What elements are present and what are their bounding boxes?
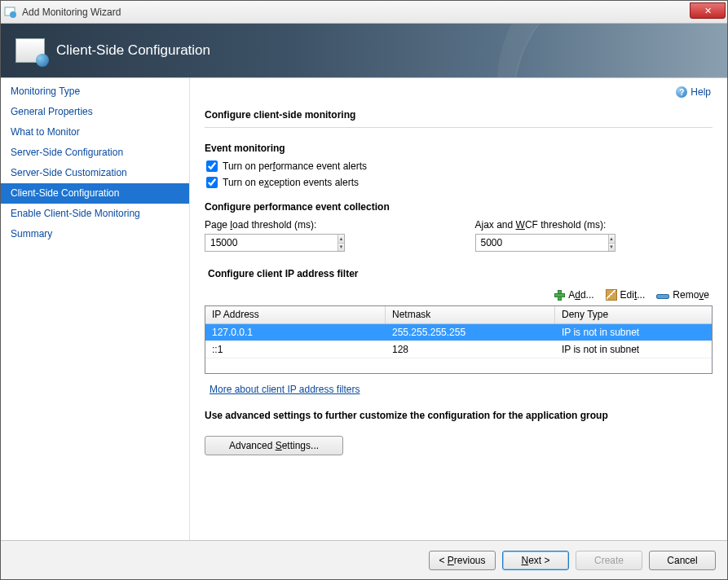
minus-icon xyxy=(656,294,669,299)
sidebar-item-label: Server-Side Customization xyxy=(11,167,127,178)
create-button: Create xyxy=(576,551,642,570)
sidebar-item-label: Enable Client-Side Monitoring xyxy=(11,208,140,219)
page-load-input[interactable] xyxy=(205,235,338,251)
close-icon: ✕ xyxy=(704,6,712,16)
sidebar-item-label: Client-Side Configuration xyxy=(11,187,119,199)
next-button[interactable]: Next > xyxy=(502,551,569,570)
sidebar-item-what-to-monitor[interactable]: What to Monitor xyxy=(1,122,189,143)
content: ? Help Configure client-side monitoring … xyxy=(190,78,727,540)
spinner-down-icon[interactable]: ▼ xyxy=(609,244,615,252)
table-header: IP Address Netmask Deny Type xyxy=(205,306,712,324)
advanced-text: Use advanced settings to further customi… xyxy=(205,410,713,421)
checkbox-perf-alerts-label: Turn on performance event alerts xyxy=(223,160,367,172)
td-ip: 127.0.0.1 xyxy=(205,324,386,341)
td-deny: IP is not in subnet xyxy=(555,341,712,358)
td-netmask: 255.255.255.255 xyxy=(386,324,555,341)
th-deny-type[interactable]: Deny Type xyxy=(555,306,712,323)
td-netmask: 128 xyxy=(386,341,555,358)
edit-button[interactable]: Edit... xyxy=(602,288,649,302)
window-icon xyxy=(4,6,17,19)
help-icon: ? xyxy=(676,86,687,98)
sidebar-item-label: General Properties xyxy=(11,106,93,117)
page-heading: Configure client-side monitoring xyxy=(205,109,713,121)
sidebar-item-label: What to Monitor xyxy=(11,126,80,138)
banner: Client-Side Configuration xyxy=(1,24,727,77)
banner-title: Client-Side Configuration xyxy=(56,42,210,59)
advanced-settings-button[interactable]: Advanced Settings... xyxy=(205,436,343,455)
help-label: Help xyxy=(690,86,711,98)
sidebar-item-summary[interactable]: Summary xyxy=(1,224,189,244)
ajax-spin-btns: ▲ ▼ xyxy=(608,235,615,251)
table-row[interactable]: ::1 128 IP is not in subnet xyxy=(205,341,712,358)
td-ip: ::1 xyxy=(205,341,386,358)
cancel-button[interactable]: Cancel xyxy=(649,551,716,570)
svg-point-1 xyxy=(10,11,16,18)
ajax-spinner: ▲ ▼ xyxy=(475,234,615,252)
page-load-spinner: ▲ ▼ xyxy=(205,234,345,252)
checkbox-row-exc-alerts: Turn on exception events alerts xyxy=(205,177,713,188)
page-load-label: Page load threshold (ms): xyxy=(205,219,443,231)
plus-icon xyxy=(554,289,565,301)
more-about-filters-link[interactable]: More about client IP address filters xyxy=(210,384,360,395)
spinner-down-icon[interactable]: ▼ xyxy=(338,244,344,252)
help-link[interactable]: ? Help xyxy=(676,86,711,98)
checkbox-exc-alerts[interactable] xyxy=(206,177,218,188)
divider xyxy=(205,127,713,128)
checkbox-exc-alerts-label: Turn on exception events alerts xyxy=(223,177,359,188)
sidebar-item-label: Summary xyxy=(11,228,52,239)
perf-fields: Page load threshold (ms): ▲ ▼ Ajax and W… xyxy=(205,219,713,252)
previous-button[interactable]: < Previous xyxy=(429,551,496,570)
section-perf-collection: Configure performance event collection xyxy=(205,201,713,213)
sidebar: Monitoring Type General Properties What … xyxy=(1,78,190,540)
sidebar-item-server-side-configuration[interactable]: Server-Side Configuration xyxy=(1,143,189,163)
sidebar-item-server-side-customization[interactable]: Server-Side Customization xyxy=(1,163,189,183)
banner-icon xyxy=(15,38,45,63)
pencil-icon xyxy=(606,289,617,301)
spinner-up-icon[interactable]: ▲ xyxy=(338,235,344,244)
checkbox-perf-alerts[interactable] xyxy=(206,160,218,172)
sidebar-item-enable-client-side-monitoring[interactable]: Enable Client-Side Monitoring xyxy=(1,204,189,224)
ip-filter-toolbar: Add... Edit... Remove xyxy=(205,288,713,302)
sidebar-item-label: Server-Side Configuration xyxy=(11,147,123,158)
page-load-col: Page load threshold (ms): ▲ ▼ xyxy=(205,219,443,252)
window-title: Add Monitoring Wizard xyxy=(22,7,121,18)
sidebar-item-monitoring-type[interactable]: Monitoring Type xyxy=(1,81,189,102)
close-button[interactable]: ✕ xyxy=(690,2,726,19)
section-event-monitoring: Event monitoring xyxy=(205,143,713,154)
ajax-input[interactable] xyxy=(476,235,608,251)
th-ip[interactable]: IP Address xyxy=(205,306,386,323)
sidebar-item-general-properties[interactable]: General Properties xyxy=(1,102,189,122)
td-deny: IP is not in subnet xyxy=(555,324,712,341)
sidebar-item-label: Monitoring Type xyxy=(11,86,80,97)
add-button[interactable]: Add... xyxy=(550,288,597,302)
table-row[interactable]: 127.0.0.1 255.255.255.255 IP is not in s… xyxy=(205,324,712,341)
ip-filter-table: IP Address Netmask Deny Type 127.0.0.1 2… xyxy=(205,305,713,374)
section-ip-filter: Configure client IP address filter xyxy=(208,268,713,279)
body: Monitoring Type General Properties What … xyxy=(1,77,727,540)
titlebar: Add Monitoring Wizard ✕ xyxy=(1,1,727,24)
remove-button[interactable]: Remove xyxy=(653,288,713,302)
spinner-up-icon[interactable]: ▲ xyxy=(609,235,615,244)
ajax-label: Ajax and WCF threshold (ms): xyxy=(475,219,713,231)
page-load-spin-btns: ▲ ▼ xyxy=(338,235,344,251)
wizard-window: Add Monitoring Wizard ✕ Client-Side Conf… xyxy=(0,0,728,580)
checkbox-row-perf-alerts: Turn on performance event alerts xyxy=(205,160,713,172)
footer: < Previous Next > Create Cancel xyxy=(1,540,727,579)
th-netmask[interactable]: Netmask xyxy=(386,306,555,323)
sidebar-item-client-side-configuration[interactable]: Client-Side Configuration xyxy=(1,183,189,204)
ajax-col: Ajax and WCF threshold (ms): ▲ ▼ xyxy=(475,219,713,252)
